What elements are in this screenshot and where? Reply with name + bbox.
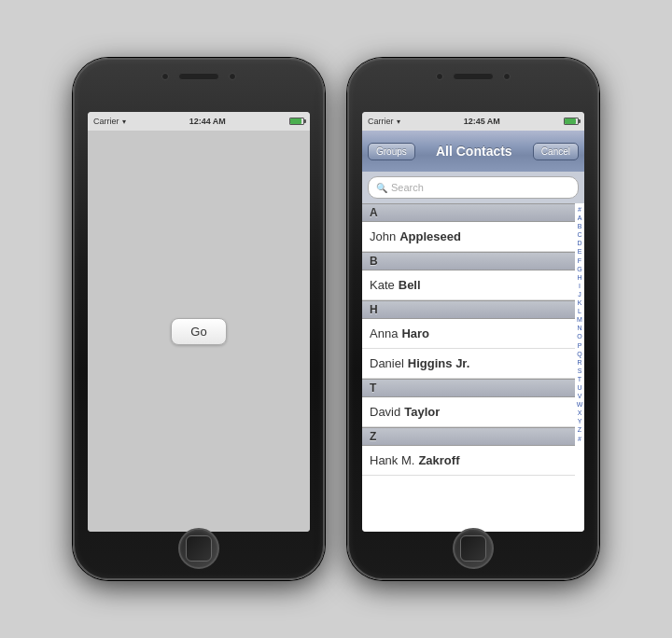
main-content-left: Go [88,131,310,532]
alpha-letter-H[interactable]: H [577,273,581,282]
contacts-screen: Groups All Contacts Cancel 🔍 Search AJoh… [362,131,584,532]
phone-right: Carrier ▾ 12:45 AM Groups All Contacts C… [347,58,599,580]
cancel-button[interactable]: Cancel [533,143,579,160]
alpha-letter-#[interactable]: # [578,435,581,443]
status-left-right: Carrier ▾ [368,117,400,126]
carrier-right: Carrier [368,117,394,126]
alpha-letter-E[interactable]: E [578,247,582,256]
camera-left [161,73,169,80]
search-input[interactable]: 🔍 Search [368,176,579,199]
battery-fill-right [565,118,576,124]
battery-left [289,118,304,125]
search-icon: 🔍 [376,183,387,193]
contact-last: Haro [401,326,429,340]
contact-first: Hank M. [370,453,414,467]
status-left-left: Carrier ▾ [93,117,126,126]
alpha-letter-D[interactable]: D [577,239,581,247]
battery-right [564,118,579,125]
contact-last: Appleseed [399,229,461,243]
camera2-left [229,73,236,80]
alpha-letter-L[interactable]: L [578,307,581,315]
contact-row[interactable]: AnnaHaro [362,319,575,349]
screen-right: Carrier ▾ 12:45 AM Groups All Contacts C… [362,112,584,532]
alpha-letter-Q[interactable]: Q [577,350,581,358]
scene: Carrier ▾ 12:44 AM Go [73,58,599,580]
alpha-letter-N[interactable]: N [577,324,581,332]
contacts-body: AJohnAppleseedBKateBellHAnnaHaroDanielHi… [362,203,575,532]
search-placeholder: Search [391,182,424,193]
alpha-letter-W[interactable]: W [577,400,583,409]
phone-top-left [161,73,236,80]
alpha-letter-A[interactable]: A [578,214,582,222]
contact-first: Anna [370,326,398,340]
camera2-right [503,73,511,80]
status-right-left [289,118,304,125]
phone-left: Carrier ▾ 12:44 AM Go [73,58,325,580]
alpha-letter-M[interactable]: M [577,315,582,324]
contact-row[interactable]: DavidTaylor [362,397,575,427]
time-right: 12:45 AM [464,117,500,126]
section-header-B: B [362,252,575,270]
contact-last: Bell [399,278,421,292]
contact-row[interactable]: KateBell [362,270,575,300]
alpha-letter-Z[interactable]: Z [578,425,581,434]
nav-title: All Contacts [415,144,533,159]
alpha-letter-O[interactable]: O [577,332,581,340]
alpha-letter-T[interactable]: T [578,375,581,383]
alpha-letter-P[interactable]: P [578,341,582,350]
alpha-letter-V[interactable]: V [578,392,582,400]
alpha-index[interactable]: #ABCDEFGHIJKLMNOPQRSTUVWXYZ# [575,203,584,532]
camera-right [436,73,443,80]
battery-fill-left [290,118,301,124]
alpha-letter-#[interactable]: # [578,205,581,214]
alpha-letter-Y[interactable]: Y [578,417,582,425]
home-inner-right [460,535,486,562]
contact-last: Higgins Jr. [408,356,469,370]
section-header-H: H [362,300,575,319]
alpha-letter-S[interactable]: S [578,367,582,375]
search-bar: 🔍 Search [362,172,584,203]
contact-last: Taylor [404,405,440,419]
section-header-T: T [362,379,575,397]
alpha-letter-B[interactable]: B [578,222,582,230]
contact-first: John [370,229,396,243]
speaker-right [453,73,494,80]
home-inner-left [186,535,212,562]
contact-first: Kate [370,278,395,292]
contact-first: David [370,405,400,419]
status-right-right [564,118,579,125]
alpha-letter-C[interactable]: C [577,230,581,239]
alpha-letter-G[interactable]: G [577,265,581,273]
section-header-A: A [362,203,575,222]
alpha-letter-K[interactable]: K [578,298,582,307]
nav-bar: Groups All Contacts Cancel [362,131,584,172]
phone-top-right [436,73,511,80]
alpha-letter-U[interactable]: U [577,383,581,392]
contact-row[interactable]: DanielHiggins Jr. [362,349,575,379]
contact-last: Zakroff [418,453,459,467]
alpha-letter-R[interactable]: R [577,358,581,367]
groups-button[interactable]: Groups [368,143,415,160]
home-button-right[interactable] [453,528,494,569]
alpha-letter-J[interactable]: J [578,290,581,298]
section-header-Z: Z [362,427,575,446]
status-bar-left: Carrier ▾ 12:44 AM [88,112,310,131]
wifi-icon-right: ▾ [397,118,400,126]
home-button-left[interactable] [178,528,219,569]
carrier-left: Carrier [93,117,119,126]
time-left: 12:44 AM [189,117,226,126]
alpha-letter-F[interactable]: F [578,257,581,265]
alpha-letter-X[interactable]: X [578,409,582,417]
contact-row[interactable]: JohnAppleseed [362,222,575,252]
contact-row[interactable]: Hank M.Zakroff [362,446,575,476]
contact-first: Daniel [370,356,404,370]
alpha-letter-I[interactable]: I [579,282,581,290]
contacts-list: AJohnAppleseedBKateBellHAnnaHaroDanielHi… [362,203,584,532]
wifi-icon-left: ▾ [122,118,126,126]
go-button[interactable]: Go [171,318,226,345]
speaker-left [178,73,219,80]
status-bar-right: Carrier ▾ 12:45 AM [362,112,584,131]
screen-left: Carrier ▾ 12:44 AM Go [88,112,310,532]
